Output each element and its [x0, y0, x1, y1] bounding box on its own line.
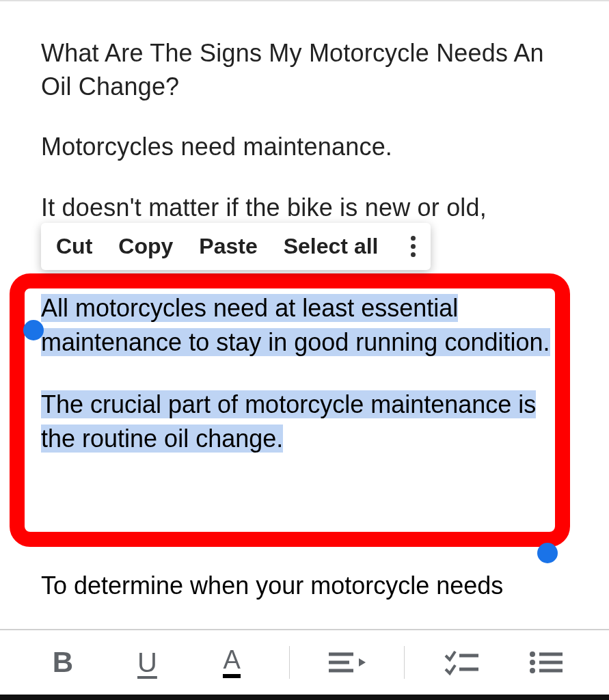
paragraph-after-selection[interactable]: To determine when your motorcycle needs	[41, 569, 560, 603]
cut-menu-item[interactable]: Cut	[56, 234, 92, 259]
text-color-button[interactable]: A	[204, 642, 259, 683]
selection-end-handle[interactable]	[537, 543, 558, 563]
underline-button[interactable]: U	[120, 642, 174, 683]
copy-menu-item[interactable]: Copy	[118, 234, 173, 259]
paste-menu-item[interactable]: Paste	[199, 234, 257, 259]
bulleted-list-icon	[528, 649, 564, 676]
selected-paragraph-1[interactable]: All motorcycles need at least essential …	[41, 294, 550, 356]
svg-point-10	[530, 668, 535, 673]
align-icon	[326, 649, 367, 676]
selected-paragraph-2[interactable]: The crucial part of motorcycle maintenan…	[41, 390, 536, 453]
align-button[interactable]	[319, 642, 374, 683]
text-color-icon: A	[223, 647, 240, 678]
svg-point-8	[530, 660, 535, 665]
toolbar-separator	[404, 646, 405, 679]
bold-icon: B	[53, 646, 73, 679]
text-context-menu: Cut Copy Paste Select all	[41, 223, 431, 270]
select-all-menu-item[interactable]: Select all	[284, 234, 379, 259]
selection-start-handle[interactable]	[23, 320, 44, 340]
document-editor-page: What Are The Signs My Motorcycle Needs A…	[0, 0, 609, 700]
underline-icon: U	[137, 647, 157, 678]
checklist-icon	[444, 649, 480, 676]
document-body[interactable]: What Are The Signs My Motorcycle Needs A…	[0, 1, 609, 224]
document-title[interactable]: What Are The Signs My Motorcycle Needs A…	[41, 37, 568, 103]
more-options-icon[interactable]	[404, 236, 416, 257]
formatting-toolbar: B U A	[0, 629, 609, 695]
svg-marker-3	[359, 658, 366, 667]
selected-text-block[interactable]: All motorcycles need at least essential …	[41, 291, 560, 456]
bottom-edge	[0, 695, 609, 700]
bold-button[interactable]: B	[36, 642, 90, 683]
checklist-button[interactable]	[435, 642, 489, 683]
paragraph-2-partial[interactable]: It doesn't matter if the bike is new or …	[41, 191, 568, 225]
bulleted-list-button[interactable]	[519, 642, 573, 683]
svg-point-6	[530, 651, 535, 657]
paragraph-1[interactable]: Motorcycles need maintenance.	[41, 131, 568, 164]
toolbar-separator	[289, 646, 290, 679]
